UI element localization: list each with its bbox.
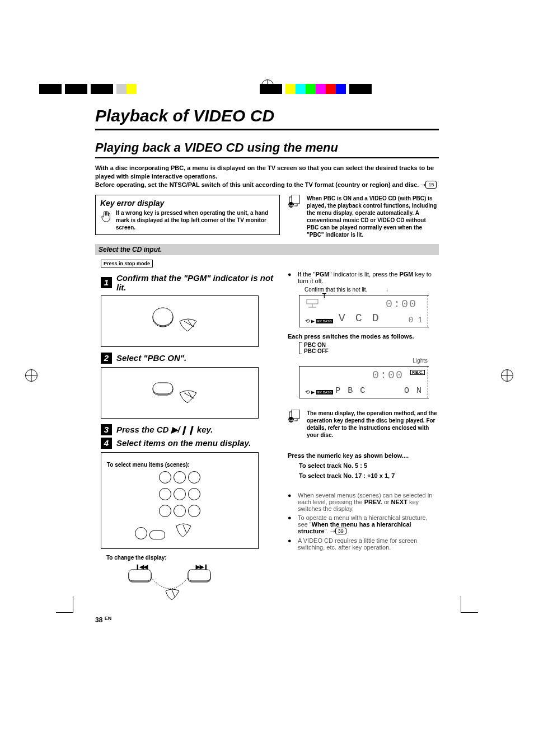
step-4-title: Select items on the menu display. [116, 438, 251, 448]
track-select-examples: To select track No. 5 : 5 To select trac… [299, 461, 439, 481]
svg-rect-11 [188, 570, 210, 581]
note-icon: Note [288, 195, 302, 210]
lcd1-main: V C D [339, 312, 381, 325]
step-1-illustration [101, 295, 259, 347]
step-2-number: 2 [101, 353, 112, 364]
lcd2-badge: EX.BASS [316, 390, 333, 395]
hand-icon [100, 209, 113, 226]
bottom-bullet-2: ● To operate a menu with a hierarchical … [288, 514, 439, 535]
lights-label: Lights [413, 358, 428, 364]
step-1-number: 1 [101, 277, 112, 288]
prev-icon: ❙◀◀ [135, 564, 148, 570]
prev-next-illustration: ❙◀◀ ▶▶❙ [118, 563, 280, 604]
svg-rect-9 [129, 570, 151, 581]
svg-rect-1 [292, 195, 299, 204]
registration-mark-icon [261, 79, 274, 92]
remote-icon [174, 520, 196, 543]
svg-rect-14 [292, 410, 299, 419]
crop-mark-icon [456, 590, 478, 613]
step-4-number: 4 [101, 438, 112, 449]
step-2-title: Select "PBC ON". [116, 353, 186, 363]
crop-mark-icon [56, 590, 78, 613]
each-press-label: Each press switches the modes as follows… [288, 333, 439, 340]
registration-mark-icon [501, 369, 513, 382]
section-title: Playing back a VIDEO CD using the menu [95, 140, 439, 155]
select-menu-items-label: To select menu items (scenes): [107, 462, 252, 468]
note-menu-display: The menu display, the operation method, … [307, 410, 439, 439]
confirm-not-lit-label: Confirm that this is not lit. [305, 287, 367, 293]
bottom-bullet-3: ● A VIDEO CD requires a little time for … [288, 537, 439, 551]
intro-text: With a disc incorporating PBC, a menu is… [95, 164, 439, 189]
press-stop-mode: Press in stop mode [101, 260, 153, 267]
svg-rect-12 [307, 299, 318, 304]
note-pbc-on: When PBC is ON and a VIDEO CD (with PBC)… [307, 195, 439, 238]
lcd-display-1: ⊤ 0:00 ⟲▶ EX.BASS V C D 0 1 [299, 295, 429, 327]
lcd1-badge: EX.BASS [316, 319, 333, 323]
svg-text:Note: Note [288, 419, 295, 422]
step-3-number: 3 [101, 424, 112, 435]
page-number: 38 EN [95, 616, 280, 624]
registration-mark-icon [25, 369, 38, 382]
select-cd-input: Select the CD input. [95, 244, 439, 255]
svg-text:Note: Note [288, 204, 295, 207]
next-icon: ▶▶❙ [196, 564, 208, 570]
lcd-display-2: P.B.C. 0:00 ⟲▶ EX.BASS P B C O N [299, 366, 429, 398]
key-error-title: Key error display [100, 199, 275, 208]
lcd1-time: 0:00 [386, 298, 417, 311]
key-error-body: If a wrong key is pressed when operating… [116, 209, 275, 231]
page-title: Playback of VIDEO CD [95, 106, 439, 125]
lcd2-time: 0:00 [372, 369, 404, 382]
mode-cycle: PBC ON PBC OFF [299, 342, 439, 354]
change-display-label: To change the display: [106, 555, 280, 561]
svg-point-5 [153, 308, 173, 326]
lcd2-main: P B C [335, 386, 385, 396]
page-ref-39: 39 [335, 528, 346, 534]
note-icon: Note [288, 410, 302, 425]
svg-rect-7 [153, 383, 173, 394]
step-1-title: Confirm that the "PGM" indicator is not … [116, 273, 280, 292]
step-3-title: Press the CD ▶/❙❙ key. [116, 425, 213, 435]
key-error-box: Key error display If a wrong key is pres… [95, 195, 280, 235]
press-numeric-label: Press the numeric key as shown below.... [288, 452, 439, 459]
pgm-bullet: ● If the "PGM" indicator is lit, press t… [288, 271, 439, 284]
page-ref-15: 15 [425, 181, 437, 189]
step-2-illustration [101, 367, 259, 419]
lcd2-pbc-badge: P.B.C. [410, 370, 425, 375]
step-4-illustration: To select menu items (scenes): [101, 452, 259, 549]
lcd1-track: 0 1 [409, 316, 423, 325]
bottom-bullet-1: ● When several menus (scenes) can be sel… [288, 492, 439, 512]
